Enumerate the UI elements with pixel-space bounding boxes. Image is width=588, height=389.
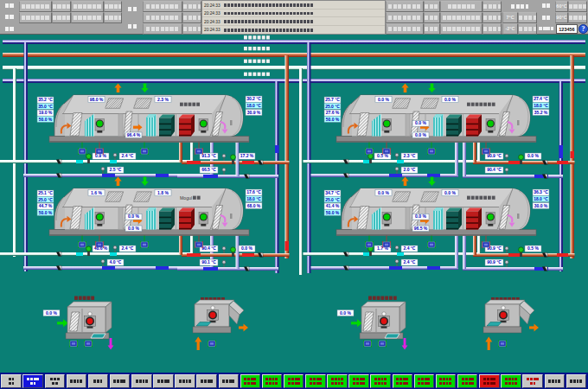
svg-text:0.0 %: 0.0 % <box>128 226 139 231</box>
svg-text:18.0 °C: 18.0 °C <box>246 103 261 108</box>
svg-text:0.0 %: 0.0 % <box>46 310 57 316</box>
svg-text:27.6 %: 27.6 % <box>326 110 340 115</box>
svg-text:2.3 °C: 2.3 °C <box>404 153 416 158</box>
svg-text:50.0 %: 50.0 % <box>326 210 340 215</box>
svg-text:2.4 °C: 2.4 °C <box>404 259 416 265</box>
svg-text:2.4 °C: 2.4 °C <box>404 246 416 251</box>
svg-text:98.0 %: 98.0 % <box>90 97 104 102</box>
svg-text:0.0 %: 0.0 % <box>444 190 456 195</box>
svg-text:25.0 °C: 25.0 °C <box>325 104 340 109</box>
svg-text:1.6 %: 1.6 % <box>91 190 102 195</box>
svg-text:35.2 °C: 35.2 °C <box>38 97 53 102</box>
svg-text:0.0 %: 0.0 % <box>128 214 139 219</box>
svg-text:17.6 °C: 17.6 °C <box>246 189 261 194</box>
svg-text:41.4 %: 41.4 % <box>326 203 340 208</box>
svg-text:66.5 °C: 66.5 °C <box>201 167 216 172</box>
svg-text:0.0 %: 0.0 % <box>241 246 252 251</box>
svg-text:35.0 °C: 35.0 °C <box>38 104 53 109</box>
svg-text:18.0 °C: 18.0 °C <box>534 196 548 201</box>
svg-text:35.2 %: 35.2 % <box>534 110 548 115</box>
svg-text:2.4 °C: 2.4 °C <box>122 246 134 251</box>
svg-text:17.2 %: 17.2 % <box>240 153 254 158</box>
svg-text:4.0 °C: 4.0 °C <box>110 259 122 265</box>
svg-text:30.2 °C: 30.2 °C <box>246 96 261 101</box>
svg-text:50.0 %: 50.0 % <box>39 210 53 215</box>
svg-text:0.0 %: 0.0 % <box>444 97 456 102</box>
svg-text:68.0 %: 68.0 % <box>247 203 261 208</box>
svg-text:30.9 %: 30.9 % <box>247 110 261 115</box>
svg-text:0.5 %: 0.5 % <box>527 246 539 251</box>
svg-text:25.0 °C: 25.0 °C <box>38 197 53 202</box>
svg-text:36.3 °C: 36.3 °C <box>534 189 548 194</box>
svg-text:2.3 %: 2.3 % <box>157 97 169 102</box>
svg-text:50.0 %: 50.0 % <box>39 117 53 122</box>
svg-text:0.0 %: 0.0 % <box>527 153 539 158</box>
svg-text:0.0 %: 0.0 % <box>378 190 389 195</box>
svg-text:27.4 °C: 27.4 °C <box>534 96 548 101</box>
svg-text:18.0 °C: 18.0 °C <box>246 196 261 201</box>
svg-text:34.7 °C: 34.7 °C <box>325 190 340 195</box>
svg-text:19.0 %: 19.0 % <box>39 110 53 115</box>
svg-text:18.0 °C: 18.0 °C <box>534 103 548 108</box>
svg-text:0.0 %: 0.0 % <box>415 132 426 137</box>
svg-text:1.8 %: 1.8 % <box>157 190 169 195</box>
svg-text:0.0 %: 0.0 % <box>340 310 351 316</box>
svg-text:30.0 %: 30.0 % <box>534 203 548 208</box>
svg-text:90.1 °C: 90.1 °C <box>201 259 216 265</box>
svg-text:25.1 °C: 25.1 °C <box>38 190 53 195</box>
svg-text:0.0 %: 0.0 % <box>415 120 426 125</box>
svg-text:2.0 °C: 2.0 °C <box>404 167 416 172</box>
svg-text:90.4 °C: 90.4 °C <box>487 167 502 172</box>
svg-text:91.3 °C: 91.3 °C <box>201 153 216 158</box>
svg-text:Mogul: Mogul <box>180 195 192 201</box>
svg-text:50.0 %: 50.0 % <box>326 117 340 122</box>
svg-text:96.5 %: 96.5 % <box>414 226 428 231</box>
svg-text:25.7 °C: 25.7 °C <box>325 97 340 102</box>
svg-text:0.0 %: 0.0 % <box>378 97 389 102</box>
svg-text:90.9 °C: 90.9 °C <box>487 259 502 265</box>
svg-text:2.4 °C: 2.4 °C <box>122 153 134 158</box>
svg-text:44.7 %: 44.7 % <box>39 203 53 208</box>
svg-text:25.0 °C: 25.0 °C <box>325 197 340 202</box>
svg-text:2.5 °C: 2.5 °C <box>110 167 122 172</box>
svg-text:96.4 %: 96.4 % <box>127 132 141 137</box>
svg-text:0.0 %: 0.0 % <box>415 214 426 219</box>
svg-text:90.4 °C: 90.4 °C <box>201 246 216 251</box>
svg-text:90.9 °C: 90.9 °C <box>487 153 502 158</box>
